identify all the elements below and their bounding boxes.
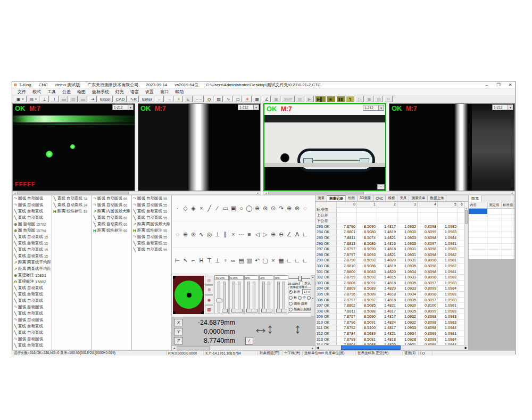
grid-cell[interactable]: 1.0983 [438,320,458,325]
slider-groove[interactable] [223,282,226,312]
feature-item[interactable]: ↷圆弧自动圆弧55 [132,202,171,208]
palette-tool-icon-2-10[interactable]: ≡ [245,230,253,238]
camera2-zoom-select[interactable]: 1-212 ▼ [238,104,259,110]
grid-cell[interactable]: 1.4819 [377,263,397,269]
grid-cell[interactable]: 0.8098 [418,224,438,229]
palette-tool-icon-2-3[interactable]: ⊛ [189,230,197,238]
menu-item-6[interactable]: 坐标系统 [89,89,112,95]
feature-item[interactable]: ↷圆弧自动圆弧55 [132,234,171,240]
toolbar-goto-button[interactable]: ⇥ [88,96,97,102]
grid-cell[interactable]: 0.8098 [418,235,438,241]
grid-cell[interactable] [357,218,377,224]
grid-cell[interactable]: 1.0984 [438,337,458,342]
resize-grip-icon[interactable]: ⇔ [377,184,385,190]
grid-cell[interactable] [377,207,397,212]
camera3-zoom-select[interactable]: 1-212 ▼ [363,105,384,111]
slider-thumb[interactable] [298,276,302,281]
grid-tab-6[interactable]: 模板 [386,195,397,201]
toolbar-star-button[interactable]: ✳ [243,96,252,102]
grid-data-row[interactable]: 312 OK7.87848.50891.48211.09340.80991.09… [315,331,464,337]
grid-cell[interactable]: 8.5089 [357,286,377,291]
feature-item[interactable]: ╲直线自动直线34 [52,195,92,202]
jog-z-arrow-icon[interactable]: ↕ [294,320,301,337]
feature-item[interactable]: ╲直线自动直线 [13,323,52,330]
slider-groove[interactable] [247,282,250,312]
palette-tool-icon-3-17[interactable]: ∟ [301,257,309,265]
grid-data-row[interactable]: 301 OK7.88008.50831.48201.09340.80981.09… [315,269,464,275]
grid-data-row[interactable]: 307 OK7.88028.50851.48211.09300.81001.09… [315,303,464,309]
feature-item[interactable]: ↗距离内圆弧最大距 [92,208,131,215]
grid-cell[interactable]: 0.8099 [418,229,438,235]
grid-cell[interactable]: 1.0933 [397,275,418,280]
grid-cell[interactable]: 7.8797 [337,246,357,252]
ring-light-preview[interactable] [173,276,204,314]
palette-tool-icon-1-7[interactable]: ▭ [221,204,229,212]
element-row[interactable] [469,209,514,215]
palette-tool-icon-2-9[interactable]: ⋯ [237,230,245,238]
slider-thumb[interactable] [267,309,272,312]
grid-cell[interactable]: 1.4821 [377,252,397,258]
element-cell[interactable] [469,250,488,255]
scroll-thumb[interactable] [177,346,210,350]
grid-cell[interactable]: 1.0931 [397,252,418,258]
feature-item[interactable]: H距离线性标注34 [52,208,92,215]
grid-cell[interactable]: 1.0981 [438,258,458,263]
grid-cell[interactable] [418,207,438,212]
feature-item[interactable]: ╲直线自动直线 [13,298,52,304]
grid-cell[interactable]: 1.0984 [438,286,458,291]
grid-cell[interactable]: 8.5085 [357,303,377,308]
grid-cell[interactable] [397,207,418,212]
grid-cell[interactable]: 7.8800 [337,269,357,275]
palette-tool-icon-1-2[interactable]: ◇ [181,204,189,212]
camera-viewport-2[interactable]: OK M:7 1-212 ▼ [138,103,261,191]
grid-cell[interactable]: 1.0932 [397,224,418,229]
grid-cell[interactable]: 0.8098 [418,258,438,263]
palette-tool-icon-2-15[interactable]: ∠ [285,230,293,238]
grid-cell[interactable]: 1.0981 [438,241,458,246]
minimize-button[interactable]: – [483,83,491,87]
grid-cell[interactable]: 7.8810 [337,263,357,269]
grid-cell[interactable]: 0.8098 [418,320,438,325]
toolbar-run-button[interactable]: ↯ [346,96,354,102]
grid-cell[interactable]: 8.5100 [357,325,377,331]
menu-item-11[interactable]: 帮助 [172,89,187,95]
grid-cell[interactable]: 1.0983 [438,314,458,319]
palette-tool-icon-1-14[interactable]: ↷ [277,204,285,212]
grid-cell[interactable]: 7.8799 [337,337,357,342]
light-panel-scrollbar[interactable]: ▲▼ [311,275,315,317]
radio-threshold[interactable] [289,302,293,306]
grid-cell[interactable]: 8.5086 [357,263,377,269]
feature-item[interactable]: ↷圆弧自动圆弧 [13,195,52,202]
toolbar-open3-button[interactable]: ▤ [375,96,383,102]
grid-cell[interactable] [438,207,458,212]
slider-thumb[interactable] [252,309,257,312]
element-row[interactable] [469,250,514,256]
light-mode-button-1[interactable]: ◎ [205,276,213,285]
grid-cell[interactable]: 1.0935 [397,263,418,269]
grid-cell[interactable] [377,213,397,218]
toolbar-matrix-button[interactable]: ▦ [253,96,261,102]
element-cell[interactable] [488,244,502,249]
grid-cell[interactable]: 1.4818 [377,337,397,342]
grid-cell[interactable]: 0.8098 [418,246,438,252]
grid-cell[interactable]: 1.0984 [438,235,458,241]
camera-viewport-4[interactable]: OK M:7 1-212 ▼ [389,103,515,191]
grid-cell[interactable]: 8.5081 [357,337,377,342]
palette-tool-icon-2-17[interactable]: ∟ [301,230,309,238]
grid-cell[interactable] [397,213,418,218]
grid-cell[interactable]: 1.4818 [377,292,397,297]
grid-cell[interactable]: 1.0935 [397,298,418,303]
element-cell[interactable] [488,250,502,255]
grid-cell[interactable] [337,218,357,224]
toolbar-excel-button[interactable]: Excel [98,96,113,102]
grid-data-row[interactable]: 295 OK7.88118.50741.48211.09330.80981.09… [315,235,464,241]
feature-item[interactable]: ╲直线自动直线 [13,208,52,215]
palette-tool-icon-2-6[interactable]: ⊥ [213,230,221,238]
radio-fine[interactable] [307,296,311,300]
grid-cell[interactable]: 1.0983 [438,246,458,252]
palette-tool-icon-3-13[interactable]: × [269,257,277,265]
radio-medium[interactable] [298,296,302,300]
feature-item[interactable]: ↷圆弧自动圆弧 [13,336,52,342]
palette-tool-icon-1-4[interactable]: × [197,204,205,212]
maximize-button[interactable]: ❐ [495,83,502,87]
